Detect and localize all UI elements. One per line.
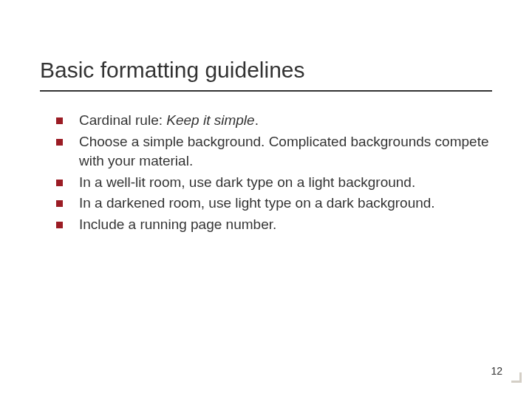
bullet-square-icon: [56, 180, 63, 186]
list-item: Cardinal rule: Keep it simple.: [56, 111, 492, 131]
bullet-square-icon: [56, 222, 63, 228]
bullet-square-icon: [56, 200, 63, 207]
bullet-square-icon: [56, 139, 63, 146]
list-item: In a darkened room, use light type on a …: [56, 194, 492, 214]
corner-accent-icon: [508, 369, 522, 383]
slide: Basic formatting guidelines Cardinal rul…: [0, 0, 532, 399]
page-number: 12: [491, 365, 502, 377]
bullet-text: Include a running page number.: [79, 215, 276, 235]
slide-title: Basic formatting guidelines: [40, 58, 492, 92]
list-item: In a well-lit room, use dark type on a l…: [56, 173, 492, 193]
bullet-text: In a well-lit room, use dark type on a l…: [79, 173, 415, 193]
list-item: Include a running page number.: [56, 215, 492, 235]
list-item: Choose a simple background. Complicated …: [56, 132, 492, 171]
bullet-text: Cardinal rule: Keep it simple.: [79, 111, 259, 131]
bullet-text: Choose a simple background. Complicated …: [79, 132, 492, 171]
bullet-text: In a darkened room, use light type on a …: [79, 194, 435, 214]
bullet-square-icon: [56, 117, 63, 124]
slide-content: Cardinal rule: Keep it simple. Choose a …: [40, 111, 492, 235]
